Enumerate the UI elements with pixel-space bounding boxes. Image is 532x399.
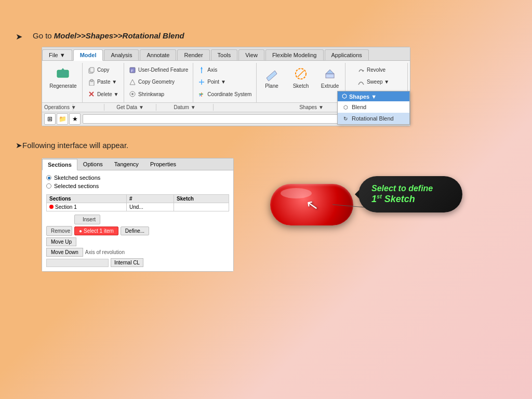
section-number-cell: Und... [127,203,174,211]
radio-sketched-label: Sketched sections [54,175,100,181]
tab-flexible-modeling[interactable]: Flexible Modeling [265,49,324,60]
axis-row: Internal CL [46,258,229,267]
axis-icon [197,66,206,74]
axis-button[interactable]: Axis [195,65,254,75]
tab-analysis[interactable]: Analysis [104,49,139,60]
arrow-icon: ➤ [16,32,22,42]
svg-marker-20 [267,71,277,81]
radio-sketched[interactable]: Sketched sections [46,175,229,181]
copy-geometry-icon [128,78,137,86]
movedown-row: Move Down Axis of revolution [46,248,229,257]
svg-marker-1 [60,68,65,71]
blend-icon: ⬡ [342,103,349,111]
group-label-getdata[interactable]: Get Data ▼ [104,104,156,111]
copy-button[interactable]: Copy [85,65,121,75]
revolve-button[interactable]: Revolve [355,65,398,75]
grid-icon[interactable]: ⊞ [44,113,56,125]
shapes-dropdown: ⬡ Shapes ▼ ⬡ Blend ↻ Rotational Blend [337,91,410,125]
internal-cl-button[interactable]: Internal CL [111,258,143,267]
rotational-blend-menu-item[interactable]: ↻ Rotational Blend [338,113,409,124]
shrinkwrap-label: Shrinkwrap [138,91,164,97]
coord-system-button[interactable]: Coordinate System [195,89,254,99]
section-name-cell: Section 1 [47,203,127,211]
bottom-panel: Sections Options Tangency Properties Ske… [42,158,532,272]
tab-view[interactable]: View [238,49,264,60]
ribbon-group-getdata: F User-Defined Feature Copy Geometry Shr… [124,63,193,102]
star-icon[interactable]: ★ [69,113,81,125]
dialog-tab-tangency[interactable]: Tangency [109,158,144,170]
shapes-dropdown-header: ⬡ Shapes ▼ [338,91,409,101]
tab-annotate[interactable]: Annotate [140,49,176,60]
ribbon-group-copypaste: Copy Paste ▼ Delete ▼ [83,63,124,102]
step2-instruction: ➤ Following interface will appear. [16,141,532,150]
point-button[interactable]: Point ▼ [195,77,254,87]
blend-menu-item[interactable]: ⬡ Blend [338,101,409,113]
radio-selected-circle[interactable] [46,183,51,189]
folder-icon[interactable]: 📁 [57,113,68,125]
sweep-icon [357,78,365,86]
copy-label: Copy [97,67,109,73]
svg-rect-23 [326,74,334,78]
row-actions: Insert Remove ● Select 1 item Define... … [46,215,229,267]
regenerate-button[interactable]: Regenerate [47,64,79,90]
dialog-tab-sections[interactable]: Sections [42,159,77,170]
shrinkwrap-button[interactable]: Shrinkwrap [126,89,190,99]
radio-selected-label: Selected sections [54,183,99,189]
step2-arrow-icon: ➤ [16,141,22,150]
radio-sketched-circle[interactable] [46,175,51,180]
move-down-button[interactable]: Move Down [46,248,83,257]
svg-point-12 [131,93,134,95]
remove-button[interactable]: Remove [46,226,72,236]
sweep-button[interactable]: Sweep ▼ [355,77,398,87]
move-up-button[interactable]: Move Up [46,237,76,246]
moveup-row: Move Up [46,237,229,246]
define-button[interactable]: Define... [121,227,149,235]
plane-button[interactable]: Plane [259,64,285,90]
rotational-blend-icon: ↻ [342,115,349,122]
table-area: Sections # Sketch Section 1 Und... [46,194,229,267]
select-item-button[interactable]: ● Select 1 item [74,227,118,235]
dialog-tab-properties[interactable]: Properties [144,158,182,170]
col-header-sketch: Sketch [174,195,229,203]
section-dot [49,205,54,209]
axis-label: Axis [207,67,217,73]
svg-rect-3 [90,68,94,72]
dialog-tab-options[interactable]: Options [77,158,109,170]
extrude-label: Extrude [321,83,339,89]
copy-geometry-button[interactable]: Copy Geometry [126,77,190,87]
rotational-blend-label: Rotational Blend [352,115,394,122]
tab-applications[interactable]: Applications [325,49,369,60]
svg-marker-10 [130,79,135,85]
copy-geometry-label: Copy Geometry [138,79,175,85]
section-sketch-cell [174,203,229,211]
insert-button[interactable]: Insert [74,215,100,224]
sweep-label: Sweep ▼ [367,79,389,85]
point-icon [197,78,206,86]
user-defined-feature-button[interactable]: F User-Defined Feature [126,65,190,75]
point-label: Point ▼ [207,79,225,85]
delete-label: Delete ▼ [97,91,119,97]
sketch-button[interactable]: Sketch [288,64,314,90]
paste-button[interactable]: Paste ▼ [85,77,121,87]
group-label-datum[interactable]: Datum ▼ [156,104,214,111]
radio-selected[interactable]: Selected sections [46,183,229,189]
ribbon-group-regenerate: Regenerate [44,63,83,102]
cursor-icon: ↖ [304,195,319,214]
tab-file[interactable]: File ▼ [42,49,72,60]
sketch-label: Sketch [293,83,309,89]
tab-render[interactable]: Render [177,49,209,60]
axis-field[interactable] [46,259,109,267]
table-row: Section 1 Und... [47,203,229,211]
step1-instruction: ➤ Go to Model>>Shapes>>Rotational Blend [16,31,532,42]
copy-icon [87,66,96,74]
regenerate-icon [55,65,71,82]
tab-tools[interactable]: Tools [211,49,238,60]
coord-icon [197,90,206,98]
group-label-operations[interactable]: Operations ▼ [42,104,73,111]
extrude-button[interactable]: Extrude [317,64,343,90]
sketch-icon [292,65,309,82]
revolve-label: Revolve [367,67,385,73]
tab-model[interactable]: Model [73,49,103,61]
table-with-actions: Sections # Sketch Section 1 Und... [46,194,229,267]
delete-button[interactable]: Delete ▼ [85,89,121,99]
